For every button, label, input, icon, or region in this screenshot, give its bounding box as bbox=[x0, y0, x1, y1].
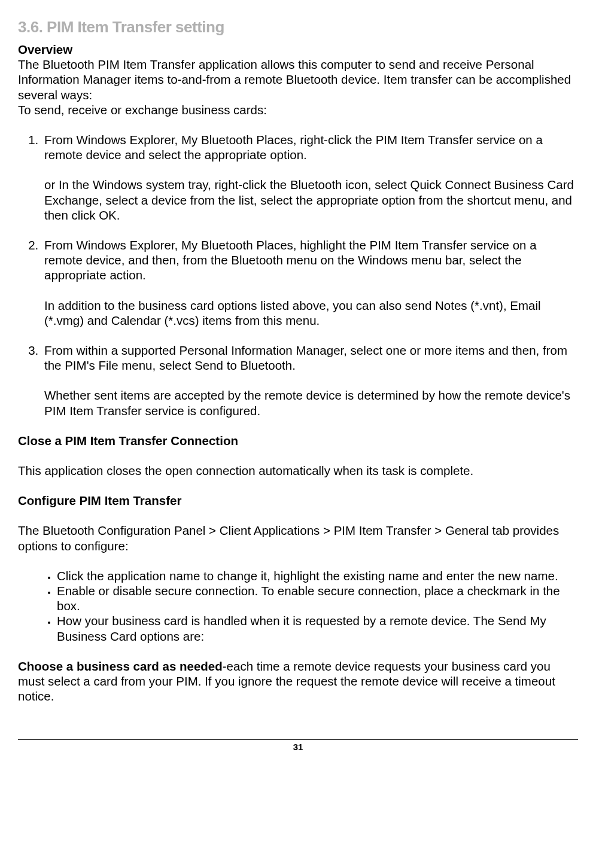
bullet-list: Click the application name to change it,… bbox=[18, 568, 578, 644]
close-text: This application closes the open connect… bbox=[18, 463, 578, 478]
choose-paragraph: Choose a business card as needed-each ti… bbox=[18, 659, 578, 704]
item3-para1: From within a supported Personal Informa… bbox=[44, 343, 567, 372]
config-heading: Configure PIM Item Transfer bbox=[18, 493, 578, 508]
bullet-item-3: How your business card is handled when i… bbox=[57, 613, 578, 643]
section-title: 3.6. PIM Item Transfer setting bbox=[18, 18, 578, 37]
close-heading: Close a PIM Item Transfer Connection bbox=[18, 433, 578, 448]
item2-para2: In addition to the business card options… bbox=[44, 299, 541, 327]
overview-block: Overview The Bluetooth PIM Item Transfer… bbox=[18, 42, 578, 117]
item3-para2: Whether sent items are accepted by the r… bbox=[44, 388, 570, 417]
list-item-2: From Windows Explorer, My Bluetooth Plac… bbox=[42, 237, 578, 343]
item1-para1: From Windows Explorer, My Bluetooth Plac… bbox=[44, 133, 543, 162]
bullet-item-1: Click the application name to change it,… bbox=[57, 568, 578, 583]
to-send-text: To send, receive or exchange business ca… bbox=[18, 103, 267, 117]
config-text: The Bluetooth Configuration Panel > Clie… bbox=[18, 523, 578, 553]
list-item-3: From within a supported Personal Informa… bbox=[42, 343, 578, 418]
overview-label: Overview bbox=[18, 42, 72, 56]
list-item-1: From Windows Explorer, My Bluetooth Plac… bbox=[42, 132, 578, 237]
bullet-item-2: Enable or disable secure connection. To … bbox=[57, 583, 578, 613]
choose-bold: Choose a business card as needed bbox=[18, 659, 223, 673]
item2-para1: From Windows Explorer, My Bluetooth Plac… bbox=[44, 238, 537, 282]
numbered-list: From Windows Explorer, My Bluetooth Plac… bbox=[18, 132, 578, 418]
page-number: 31 bbox=[18, 740, 578, 753]
item1-para2: or In the Windows system tray, right-cli… bbox=[44, 178, 574, 221]
overview-text: The Bluetooth PIM Item Transfer applicat… bbox=[18, 57, 571, 101]
